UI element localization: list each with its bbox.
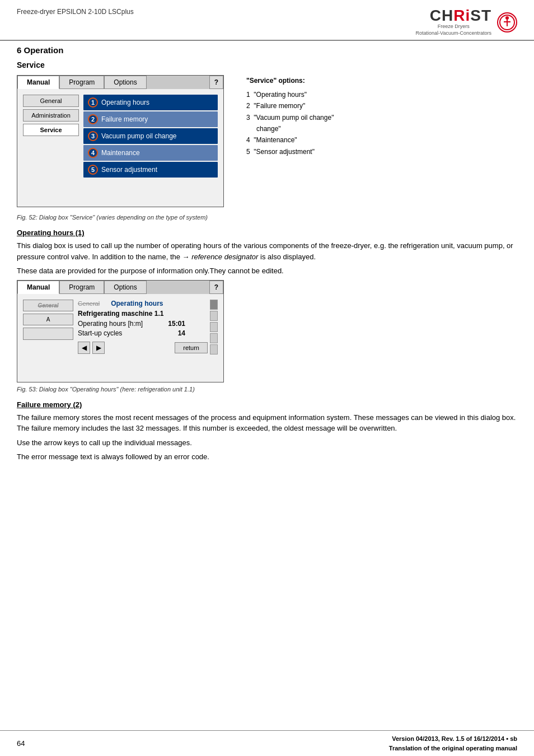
op-val-1: 15:01 <box>168 320 185 328</box>
tab2-help[interactable]: ? <box>209 281 223 294</box>
operating-hours-dialog: Manual Program Options ? General A Gener <box>17 280 224 382</box>
side-note-title: "Service" options: <box>246 75 334 86</box>
dialog-body: General Administration Service 1 Operati… <box>17 89 223 207</box>
option-label-5: Sensor adjustment <box>101 166 157 174</box>
tab2-program[interactable]: Program <box>59 281 104 294</box>
return-btn[interactable]: return <box>175 342 208 353</box>
section-title: 6 Operation <box>17 45 517 55</box>
scroll-seg-5 <box>210 344 218 354</box>
option-num-5: 5 <box>88 165 98 175</box>
btn2-a[interactable]: A <box>23 314 73 325</box>
operating-hours-body1: This dialog box is used to call up the n… <box>17 240 517 262</box>
fig52-caption: Fig. 52: Dialog box "Service" (varies de… <box>17 214 517 221</box>
op-hours-left-panel: General A <box>23 300 73 340</box>
side-note-items: 1 "Operating hours" 2 "Failure memory" 3… <box>246 89 334 157</box>
dialog2-body: General A General Operating hours Refrig… <box>17 294 223 382</box>
side-note: "Service" options: 1 "Operating hours" 2… <box>246 75 334 157</box>
footer: 64 Version 04/2013, Rev. 1.5 of 16/12/20… <box>0 730 534 756</box>
side-note-item-5: 4 "Maintenance" <box>246 134 334 146</box>
failure-memory-body3: The error message text is always followe… <box>17 451 517 463</box>
option-sensor-adjustment[interactable]: 5 Sensor adjustment <box>83 162 218 178</box>
btn-service[interactable]: Service <box>23 124 79 136</box>
header: Freeze-dryer EPSILON 2-10D LSCplus CHRiS… <box>0 0 534 40</box>
failure-memory-body2: Use the arrow keys to call up the indivi… <box>17 437 517 449</box>
side-note-item-2: 2 "Failure memory" <box>246 100 334 111</box>
op-label-2: Start-up cycles <box>78 329 122 337</box>
op-hours-nav: ◀ ▶ return <box>78 342 208 354</box>
scroll-seg-2 <box>210 311 218 321</box>
failure-memory-heading: Failure memory (2) <box>17 400 517 409</box>
footer-translation: Translation of the original operating ma… <box>389 744 517 753</box>
op-hours-dialog-title: Operating hours <box>111 300 163 307</box>
logo-sub2: Rotational-Vacuum-Concentrators <box>416 30 491 37</box>
dialog-left-panel: General Administration Service <box>23 95 79 201</box>
operating-hours-body2: These data are provided for the purpose … <box>17 265 517 277</box>
tab-options[interactable]: Options <box>104 76 146 89</box>
operating-hours-heading: Operating hours (1) <box>17 228 517 237</box>
btn2-empty[interactable] <box>23 328 73 340</box>
dialog-tabs: Manual Program Options ? <box>17 76 223 89</box>
tab2-manual[interactable]: Manual <box>17 281 59 294</box>
side-note-item-1: 1 "Operating hours" <box>246 89 334 100</box>
section-heading: 6 Operation <box>0 40 534 60</box>
dialog2-tabs: Manual Program Options ? <box>17 281 223 294</box>
fig53-caption: Fig. 53: Dialog box "Operating hours" (h… <box>17 386 517 393</box>
logo-sub1: Freeze Dryers <box>416 24 491 30</box>
btn-administration[interactable]: Administration <box>23 109 79 122</box>
option-num-1: 1 <box>88 97 98 108</box>
option-num-4: 4 <box>88 148 98 158</box>
btn-general[interactable]: General <box>23 95 79 107</box>
option-num-2: 2 <box>88 114 98 124</box>
failure-memory-body1: The failure memory stores the most recen… <box>17 412 517 434</box>
scroll-seg-1 <box>210 300 218 310</box>
op-row-1: Operating hours [h:m] 15:01 <box>78 320 208 328</box>
option-maintenance[interactable]: 4 Maintenance <box>83 145 218 161</box>
svg-point-1 <box>505 16 509 20</box>
logo-text: CHRiST <box>416 8 491 24</box>
footer-right: Version 04/2013, Rev. 1.5 of 16/12/2014 … <box>389 734 517 753</box>
tab-program[interactable]: Program <box>59 76 104 89</box>
btn2-general[interactable]: General <box>23 300 73 311</box>
op-val-2: 14 <box>178 329 185 337</box>
op-hours-content: General Operating hours Refrigerating ma… <box>78 300 218 376</box>
option-label-1: Operating hours <box>101 99 149 106</box>
scroll-seg-4 <box>210 333 218 343</box>
side-note-item-6: 5 "Sensor adjustment" <box>246 146 334 157</box>
tab-manual[interactable]: Manual <box>17 76 59 89</box>
option-failure-memory[interactable]: 2 Failure memory <box>83 111 218 127</box>
tab2-options[interactable]: Options <box>104 281 146 294</box>
header-title: Freeze-dryer EPSILON 2-10D LSCplus <box>17 8 134 16</box>
op-row-2: Start-up cycles 14 <box>78 329 208 337</box>
nav-next-btn[interactable]: ▶ <box>92 342 105 354</box>
op-general-label: General <box>78 300 100 307</box>
op-label-1: Operating hours [h:m] <box>78 320 143 328</box>
side-note-item-3: 3 "Vacuum pump oil change" <box>246 112 334 123</box>
option-label-2: Failure memory <box>101 115 148 123</box>
option-operating-hours[interactable]: 1 Operating hours <box>83 95 218 110</box>
scrollbar-area <box>210 300 218 354</box>
dialog-right-panel: 1 Operating hours 2 Failure memory 3 Vac… <box>83 95 218 201</box>
option-vacuum-pump[interactable]: 3 Vacuum pump oil change <box>83 128 218 144</box>
service-dialog: Manual Program Options ? General Adminis… <box>17 75 224 207</box>
main-content: Service Manual Program Options ? General… <box>0 60 534 477</box>
nav-prev-btn[interactable]: ◀ <box>78 342 90 354</box>
logo-circle-icon <box>497 12 517 32</box>
tab-help[interactable]: ? <box>209 76 223 89</box>
option-label-3: Vacuum pump oil change <box>101 132 177 140</box>
side-note-item-4: change" <box>246 123 334 134</box>
op-hours-subtitle: Refrigerating maschine 1.1 <box>78 310 208 318</box>
logo-area: CHRiST Freeze Dryers Rotational-Vacuum-C… <box>416 8 517 36</box>
scroll-seg-3 <box>210 322 218 332</box>
footer-version: Version 04/2013, Rev. 1.5 of 16/12/2014 … <box>389 734 517 744</box>
page-number: 64 <box>17 739 25 748</box>
option-label-4: Maintenance <box>101 149 140 157</box>
option-num-3: 3 <box>88 131 98 141</box>
service-section-title: Service <box>17 60 517 69</box>
